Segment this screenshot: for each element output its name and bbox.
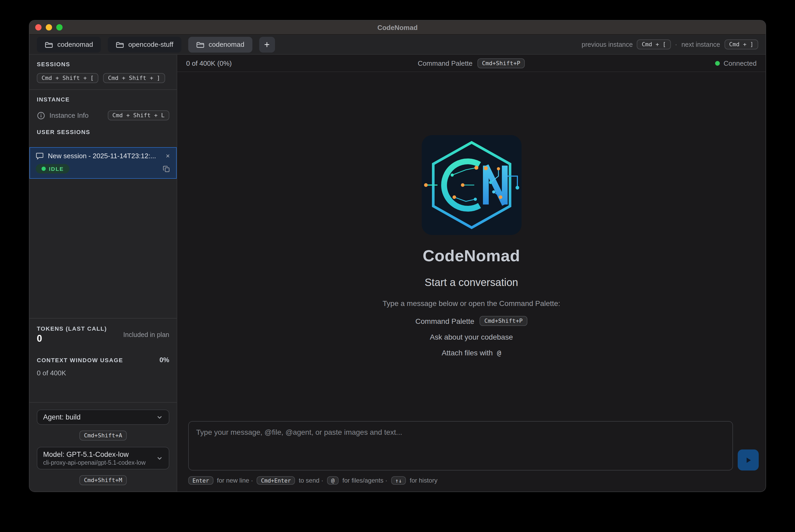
idle-dot-icon [41, 167, 46, 171]
model-select-label: Model: GPT-5.1-Codex-low [43, 451, 152, 458]
sidebar: SESSIONS Cmd + Shift + [ Cmd + Shift + ]… [30, 55, 177, 492]
greeting-title: Start a conversation [424, 277, 518, 289]
at-kbd: @ [327, 476, 339, 485]
instance-info-label: Instance Info [50, 111, 103, 119]
close-window-button[interactable] [35, 24, 41, 31]
separator-dot: · [675, 41, 677, 48]
sessions-section: SESSIONS Cmd + Shift + [ Cmd + Shift + ] [30, 55, 177, 89]
instance-nav: previous instance Cmd + [ · next instanc… [582, 39, 758, 50]
plus-icon: + [264, 40, 270, 49]
zoom-window-button[interactable] [56, 24, 62, 31]
agent-select[interactable]: Agent: build [37, 410, 169, 425]
model-select[interactable]: Model: GPT-5.1-Codex-low cli-proxy-api-o… [37, 447, 169, 470]
status-badge: IDLE [36, 164, 70, 173]
previous-instance-label: previous instance [582, 41, 633, 48]
app-name-heading: CodeNomad [423, 247, 520, 265]
tokens-note: Included in plan [123, 331, 169, 339]
tab-opencode-stuff[interactable]: opencode-stuff [108, 37, 182, 52]
command-palette-kbd[interactable]: Cmd+Shift+P [477, 58, 525, 68]
user-sessions-heading: USER SESSIONS [37, 129, 169, 135]
chat-bubble-icon [36, 152, 44, 160]
tokens-value: 0 [37, 333, 123, 344]
desktop: CodeNomad codenomad opencode-stuff coden… [0, 0, 795, 532]
context-usage-detail: 0 of 400K [37, 369, 169, 377]
codenomad-logo [421, 135, 521, 235]
instance-info-kbd: Cmd + Shift + L [108, 110, 169, 120]
cmd-enter-kbd: Cmd+Enter [257, 476, 295, 485]
folder-icon [196, 41, 204, 48]
arrows-kbd: ↑↓ [391, 476, 406, 485]
session-list-item[interactable]: New session - 2025-11-14T23:12:... × IDL… [30, 147, 177, 179]
instance-section: INSTANCE Instance Info Cmd + Shift + L [30, 90, 177, 127]
message-input[interactable] [188, 421, 733, 471]
files-hint-text: for files/agents · [343, 477, 387, 484]
tokens-heading: TOKENS (LAST CALL) [37, 325, 123, 332]
tab-label: opencode-stuff [128, 40, 173, 49]
history-hint-text: for history [410, 477, 437, 484]
window-title: CodeNomad [377, 23, 417, 31]
tab-codenomad-2-active[interactable]: codenomad [188, 37, 252, 52]
close-session-icon[interactable]: × [165, 152, 170, 159]
connection-status: Connected [715, 59, 757, 67]
composer-hints: Enter for new line · Cmd+Enter to send ·… [177, 471, 765, 485]
copy-icon [163, 165, 170, 173]
send-hint-text: to send · [299, 477, 323, 484]
next-instance-kbd: Cmd + ] [724, 39, 758, 50]
palette-hint-label: Command Palette [415, 317, 474, 325]
connected-dot-icon [715, 61, 720, 65]
model-select-sub: cli-proxy-api-openai/gpt-5.1-codex-low [43, 459, 152, 466]
instance-info-row[interactable]: Instance Info Cmd + Shift + L [37, 110, 169, 120]
folder-icon [116, 41, 124, 48]
minimize-window-button[interactable] [46, 24, 52, 31]
prev-session-kbd: Cmd + Shift + [ [37, 73, 99, 83]
main-area: 0 of 400K (0%) Command Palette Cmd+Shift… [177, 55, 765, 492]
context-usage-heading: CONTEXT WINDOW USAGE [37, 357, 159, 363]
session-title: New session - 2025-11-14T23:12:... [48, 152, 161, 160]
tokens-section: TOKENS (LAST CALL) 0 Included in plan CO… [30, 318, 177, 382]
send-button[interactable] [738, 450, 759, 471]
tab-bar: codenomad opencode-stuff codenomad + pre… [30, 35, 765, 55]
enter-hint-text: for new line · [217, 477, 253, 484]
agent-model-section: Agent: build Cmd+Shift+A Model: GPT-5.1-… [30, 402, 177, 492]
empty-state: CodeNomad Start a conversation Type a me… [177, 72, 765, 421]
attach-hint-label: Attach files with [442, 348, 493, 357]
connection-label: Connected [723, 59, 757, 67]
user-sessions-section: USER SESSIONS [30, 127, 177, 141]
play-icon [744, 456, 752, 464]
status-bar: 0 of 400K (0%) Command Palette Cmd+Shift… [177, 55, 765, 72]
titlebar: CodeNomad [30, 20, 765, 35]
context-usage-percent: 0% [159, 356, 169, 364]
previous-instance-kbd: Cmd + [ [637, 39, 671, 50]
status-badge-label: IDLE [49, 166, 64, 172]
model-kbd: Cmd+Shift+M [79, 475, 127, 485]
codebase-hint: Ask about your codebase [430, 333, 513, 341]
info-icon [37, 111, 45, 119]
copy-session-button[interactable] [163, 165, 170, 173]
folder-icon [45, 41, 53, 48]
instance-heading: INSTANCE [37, 96, 169, 102]
app-window: CodeNomad codenomad opencode-stuff coden… [29, 20, 766, 492]
traffic-lights [35, 20, 62, 34]
agent-select-label: Agent: build [43, 413, 152, 421]
tab-label: codenomad [208, 40, 244, 49]
tab-label: codenomad [57, 40, 93, 49]
chevron-down-icon [156, 414, 163, 421]
agent-kbd: Cmd+Shift+A [79, 431, 127, 440]
at-symbol: @ [497, 349, 501, 357]
palette-hint-kbd[interactable]: Cmd+Shift+P [479, 316, 527, 326]
enter-kbd: Enter [188, 476, 213, 485]
tab-codenomad-1[interactable]: codenomad [37, 37, 101, 52]
next-instance-label: next instance [681, 41, 720, 48]
next-session-kbd: Cmd + Shift + ] [103, 73, 165, 83]
usage-indicator: 0 of 400K (0%) [186, 59, 232, 67]
add-instance-button[interactable]: + [259, 37, 275, 52]
chevron-down-icon [156, 455, 163, 461]
composer-row [177, 421, 765, 471]
greeting-subtitle: Type a message below or open the Command… [382, 299, 560, 307]
command-palette-label: Command Palette [418, 59, 472, 67]
sessions-heading: SESSIONS [37, 61, 169, 67]
